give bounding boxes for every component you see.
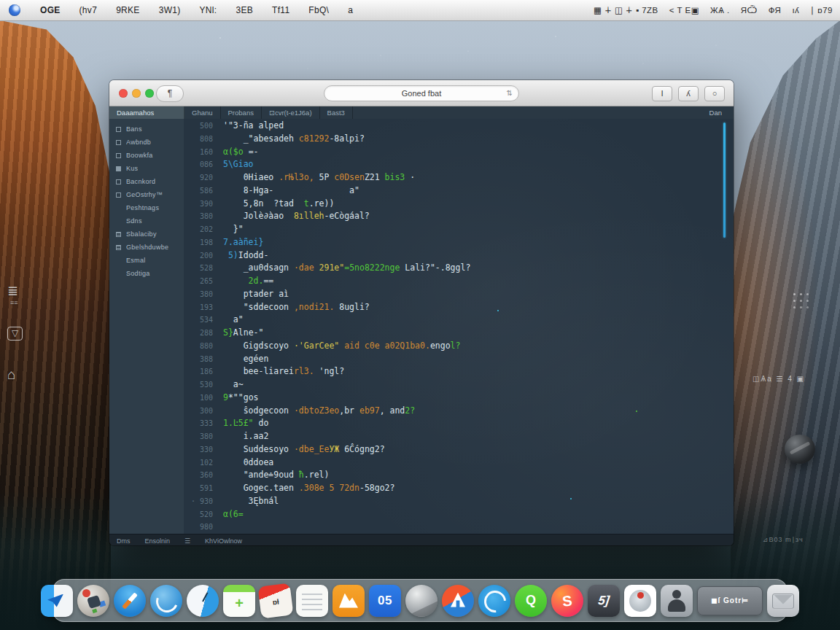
sidebar-toggle-button[interactable]: ¶: [156, 85, 184, 102]
dock-app-clock[interactable]: [187, 585, 219, 617]
dock-app-swirl[interactable]: [478, 585, 510, 617]
statusbar-item[interactable]: Ensolnin: [145, 537, 171, 545]
menu-item[interactable]: 3W1): [149, 0, 190, 20]
code-line[interactable]: 160α($o =-: [184, 146, 734, 159]
tabbar-right-label[interactable]: Dan: [709, 106, 734, 119]
code-line[interactable]: 300 ŝodgecoon ·dbtoZ3eo,br eb97, and2?: [184, 405, 734, 418]
dock-app-globe-red[interactable]: [624, 585, 656, 617]
menu-item[interactable]: FbQ\: [299, 0, 338, 20]
sidebar-item[interactable]: Sdns: [109, 214, 184, 228]
search-dropdown-icon[interactable]: ⇅: [507, 86, 513, 101]
statusbar-item[interactable]: Dms: [117, 537, 131, 545]
dock-app-newdoc[interactable]: +: [223, 585, 255, 617]
sidebar-item[interactable]: Awbndb: [109, 136, 184, 149]
tab-ghanu[interactable]: Ghanu: [184, 106, 221, 119]
dock-app-safari[interactable]: [114, 585, 146, 617]
dock-app-chat[interactable]: Q: [515, 585, 547, 617]
code-line[interactable]: 808 _"abesadeh c81292-8alpi?: [184, 133, 734, 146]
sidebar-item[interactable]: Bacnkord: [109, 175, 184, 188]
code-line[interactable]: 920 0Hiaeo .rЊl3o, 5P c0DsenZ21 bis3 ·: [184, 171, 734, 184]
menu-status-icon[interactable]: ∣ ɒ79: [810, 5, 833, 15]
code-line[interactable]: 530 a~: [184, 378, 734, 392]
tab-daaamahos[interactable]: Daaamahos: [109, 106, 184, 119]
sidebar-item[interactable]: GeOstrhy™: [109, 188, 184, 201]
code-line[interactable]: 265 2d.==: [184, 275, 734, 288]
minimize-button[interactable]: [132, 89, 141, 98]
code-line[interactable]: 500'"3-ña alped: [184, 120, 734, 133]
menu-status-icon[interactable]: ЖѦ .: [710, 6, 730, 15]
dock-app-camera[interactable]: [442, 585, 474, 617]
dock-app-orange[interactable]: [332, 585, 365, 617]
dock-app-blueglobe[interactable]: [150, 585, 182, 617]
sidebar-item[interactable]: Kus: [109, 162, 184, 175]
sidebar-item[interactable]: Gbelshduwbe: [109, 241, 184, 254]
code-line[interactable]: 980: [184, 521, 734, 534]
code-line[interactable]: 3331.Ŀ5£" do: [184, 417, 734, 430]
menu-item[interactable]: a: [338, 0, 362, 20]
tab--cvr-t-e1j6a-[interactable]: ⊡cvr(t-e1J6a): [262, 106, 320, 119]
zoom-button[interactable]: [145, 89, 154, 98]
sidebar-item[interactable]: Esmal: [109, 254, 184, 267]
code-line[interactable]: 0865\Giao: [184, 158, 734, 171]
code-line[interactable]: 591 Gogec.taen .308e 5 72dn-58go2?: [184, 482, 734, 495]
code-line[interactable]: 102 0ddoea: [184, 456, 734, 470]
code-line[interactable]: 380 Jolè∂àao 8ılleh-eCògáal?: [184, 210, 734, 223]
code-line[interactable]: 380 i.aa2: [184, 430, 734, 443]
sidebar-item[interactable]: Boowkfa: [109, 149, 184, 162]
menu-item[interactable]: 3EB: [226, 0, 262, 20]
menu-status-icon[interactable]: ФЯ: [769, 6, 782, 15]
code-line[interactable]: 186 bee-liareirl3. 'ngl?: [184, 365, 734, 378]
window-titlebar[interactable]: ¶ Goned fbat ⇅ Ⅰʎ○: [109, 80, 734, 106]
statusbar-item[interactable]: ☰: [184, 537, 190, 545]
dock-app-contacts[interactable]: [661, 585, 693, 617]
code-line[interactable]: 380 ptader aì: [184, 288, 734, 301]
code-line[interactable]: 193 "sddecoon ,nodi21. 8ugli?: [184, 301, 734, 314]
tab-bast3[interactable]: Bast3: [320, 106, 353, 119]
code-line[interactable]: 330 Suddesoyo ·dbe_EeУЖ 6Ĉógng2?: [184, 443, 734, 456]
code-line[interactable]: 1009*""gos: [184, 392, 734, 405]
code-line[interactable]: 200 5)Idodd-: [184, 249, 734, 262]
dock-app-calendar[interactable]: 05: [369, 585, 401, 617]
sidebar-item[interactable]: Sbalaciby: [109, 228, 184, 241]
dock-app-plane[interactable]: [41, 585, 73, 617]
sidebar-item[interactable]: Sodtiga: [109, 267, 184, 280]
code-editor[interactable]: 500'"3-ña alped808 _"abesadeh c81292-8al…: [184, 119, 734, 534]
menu-status-icon[interactable]: ıʎ: [792, 6, 799, 15]
menu-item[interactable]: OGE: [31, 0, 70, 20]
dock-app-graysphere[interactable]: [405, 585, 438, 617]
menu-status-icon[interactable]: < T E▣: [669, 5, 699, 15]
code-line[interactable]: 520α(6=: [184, 508, 734, 521]
dock-app-redcard[interactable]: ɒƚ: [257, 583, 293, 618]
share-tree-button[interactable]: ʎ: [678, 86, 699, 101]
dock-app-s[interactable]: S: [551, 585, 583, 617]
code-line[interactable]: 586 8-Hga- a": [184, 184, 734, 198]
scrollbar[interactable]: [723, 122, 726, 238]
dock-app-notes[interactable]: [296, 585, 328, 617]
dock-app-widebutton[interactable]: ◼ſ Gotr⊨: [697, 586, 763, 615]
code-line[interactable]: 880 Gigdscoyo ·'GarCee" aid c0e a02Q1ba0…: [184, 340, 734, 353]
menu-status-icon[interactable]: ЯѼ: [741, 6, 758, 15]
code-line[interactable]: 390 5,8n ?tad t.re)): [184, 198, 734, 211]
code-line[interactable]: 288S}Alne-": [184, 327, 734, 340]
menu-item[interactable]: Tf11: [262, 0, 299, 20]
code-line[interactable]: 360 "ande≐9oud ħ.rel): [184, 469, 734, 482]
dock-app-mail[interactable]: [767, 585, 799, 617]
code-line[interactable]: 528 _au0dsagn ·dae 291e"=5no8222nge Lali…: [184, 262, 734, 275]
text-tool-button[interactable]: Ⅰ: [652, 86, 672, 101]
dock-app-pages[interactable]: 5]: [588, 585, 620, 617]
code-line[interactable]: 388 egéen: [184, 353, 734, 366]
menu-status-icon[interactable]: ▦ ∔ ◫ ∔ ▪ 7ZB: [594, 5, 658, 15]
apple-menu-logo[interactable]: [9, 4, 20, 16]
sidebar-item[interactable]: Peshtnags: [109, 201, 184, 214]
menu-item[interactable]: 9RKE: [106, 0, 149, 20]
code-line[interactable]: 534 a": [184, 314, 734, 327]
code-line[interactable]: 202 }": [184, 223, 734, 236]
tab-probans[interactable]: Probans: [221, 106, 262, 119]
dock-app-dial[interactable]: [77, 585, 109, 617]
close-button[interactable]: [119, 89, 128, 98]
search-input[interactable]: Goned fbat ⇅: [324, 85, 519, 101]
sidebar-item[interactable]: Bans: [109, 122, 184, 136]
code-line[interactable]: · 930 3Ębnál: [184, 495, 734, 508]
code-line[interactable]: 1987.aàñei}: [184, 236, 734, 249]
menu-item[interactable]: (hv7: [70, 0, 107, 20]
